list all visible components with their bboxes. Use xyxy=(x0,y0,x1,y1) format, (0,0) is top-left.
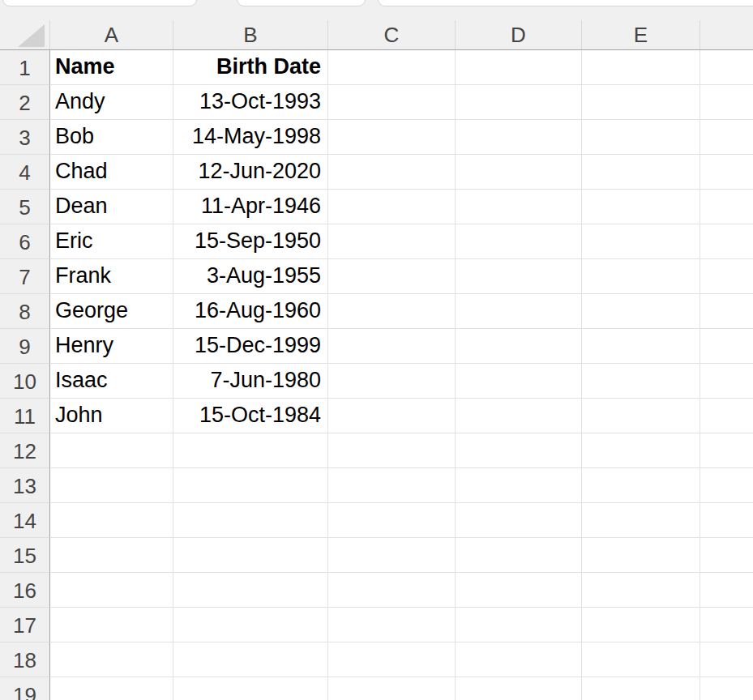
cell-C19[interactable] xyxy=(328,677,456,700)
cell-E8[interactable] xyxy=(582,294,700,329)
column-header-C[interactable]: C xyxy=(328,20,456,49)
cell-A15[interactable] xyxy=(50,538,173,573)
row-header-18[interactable]: 18 xyxy=(0,642,50,677)
row-header-6[interactable]: 6 xyxy=(0,224,50,259)
cell-A18[interactable] xyxy=(50,642,173,677)
cell-F16[interactable] xyxy=(700,573,753,608)
cell-C6[interactable] xyxy=(328,224,456,259)
cell-F14[interactable] xyxy=(700,503,753,538)
cell-B7[interactable]: 3-Aug-1955 xyxy=(173,259,328,294)
cell-B15[interactable] xyxy=(173,538,328,573)
cell-A10[interactable]: Isaac xyxy=(50,364,173,399)
row-header-3[interactable]: 3 xyxy=(0,120,50,155)
cell-B16[interactable] xyxy=(173,573,328,608)
cell-F5[interactable] xyxy=(700,190,753,224)
cell-D11[interactable] xyxy=(456,399,582,433)
cell-B4[interactable]: 12-Jun-2020 xyxy=(173,155,328,190)
cell-B9[interactable]: 15-Dec-1999 xyxy=(173,329,328,364)
cell-D7[interactable] xyxy=(456,259,582,294)
cell-B12[interactable] xyxy=(173,433,328,468)
row-header-2[interactable]: 2 xyxy=(0,85,50,120)
row-header-11[interactable]: 11 xyxy=(0,399,50,433)
cell-B19[interactable] xyxy=(173,677,328,700)
cell-F4[interactable] xyxy=(700,155,753,190)
column-header-A[interactable]: A xyxy=(50,20,173,49)
cell-E19[interactable] xyxy=(582,677,700,700)
cell-B6[interactable]: 15-Sep-1950 xyxy=(173,224,328,259)
cell-C15[interactable] xyxy=(328,538,456,573)
cell-C3[interactable] xyxy=(328,120,456,155)
cell-D5[interactable] xyxy=(456,190,582,224)
cell-E11[interactable] xyxy=(582,399,700,433)
cell-B2[interactable]: 13-Oct-1993 xyxy=(173,85,328,120)
cell-B1[interactable]: Birth Date xyxy=(173,50,328,85)
cell-C18[interactable] xyxy=(328,642,456,677)
row-header-13[interactable]: 13 xyxy=(0,468,50,503)
cell-E5[interactable] xyxy=(582,190,700,224)
cell-E1[interactable] xyxy=(582,50,700,85)
cell-D14[interactable] xyxy=(456,503,582,538)
cell-D6[interactable] xyxy=(456,224,582,259)
cell-F1[interactable] xyxy=(700,50,753,85)
cell-F13[interactable] xyxy=(700,468,753,503)
cell-B3[interactable]: 14-May-1998 xyxy=(173,120,328,155)
cell-E10[interactable] xyxy=(582,364,700,399)
cell-D1[interactable] xyxy=(456,50,582,85)
cell-B8[interactable]: 16-Aug-1960 xyxy=(173,294,328,329)
cell-D9[interactable] xyxy=(456,329,582,364)
cell-C9[interactable] xyxy=(328,329,456,364)
cell-C16[interactable] xyxy=(328,573,456,608)
cell-D10[interactable] xyxy=(456,364,582,399)
cell-A14[interactable] xyxy=(50,503,173,538)
cell-C5[interactable] xyxy=(328,190,456,224)
cell-D12[interactable] xyxy=(456,433,582,468)
cell-C4[interactable] xyxy=(328,155,456,190)
cell-D17[interactable] xyxy=(456,608,582,642)
cell-A11[interactable]: John xyxy=(50,399,173,433)
cell-A1[interactable]: Name xyxy=(50,50,173,85)
cell-C17[interactable] xyxy=(328,608,456,642)
cell-E4[interactable] xyxy=(582,155,700,190)
cell-D18[interactable] xyxy=(456,642,582,677)
cell-F19[interactable] xyxy=(700,677,753,700)
cell-B17[interactable] xyxy=(173,608,328,642)
cell-F10[interactable] xyxy=(700,364,753,399)
column-header-F-clipped[interactable] xyxy=(700,20,753,49)
cell-E12[interactable] xyxy=(582,433,700,468)
cell-F2[interactable] xyxy=(700,85,753,120)
column-header-E[interactable]: E xyxy=(582,20,700,49)
cell-C12[interactable] xyxy=(328,433,456,468)
cell-E14[interactable] xyxy=(582,503,700,538)
row-header-9[interactable]: 9 xyxy=(0,329,50,364)
row-header-17[interactable]: 17 xyxy=(0,608,50,642)
row-header-4[interactable]: 4 xyxy=(0,155,50,190)
cell-F15[interactable] xyxy=(700,538,753,573)
cell-A5[interactable]: Dean xyxy=(50,190,173,224)
cell-F6[interactable] xyxy=(700,224,753,259)
cell-C14[interactable] xyxy=(328,503,456,538)
cell-D13[interactable] xyxy=(456,468,582,503)
cell-A7[interactable]: Frank xyxy=(50,259,173,294)
cell-E7[interactable] xyxy=(582,259,700,294)
row-header-1[interactable]: 1 xyxy=(0,50,50,85)
row-header-16[interactable]: 16 xyxy=(0,573,50,608)
cell-D4[interactable] xyxy=(456,155,582,190)
cell-B5[interactable]: 11-Apr-1946 xyxy=(173,190,328,224)
cell-E15[interactable] xyxy=(582,538,700,573)
cell-F18[interactable] xyxy=(700,642,753,677)
column-header-B[interactable]: B xyxy=(173,20,328,49)
cell-F12[interactable] xyxy=(700,433,753,468)
cell-C13[interactable] xyxy=(328,468,456,503)
cell-D8[interactable] xyxy=(456,294,582,329)
row-header-14[interactable]: 14 xyxy=(0,503,50,538)
row-header-19[interactable]: 19 xyxy=(0,677,50,700)
cell-F17[interactable] xyxy=(700,608,753,642)
cell-A19[interactable] xyxy=(50,677,173,700)
cell-B14[interactable] xyxy=(173,503,328,538)
cell-F9[interactable] xyxy=(700,329,753,364)
cell-B11[interactable]: 15-Oct-1984 xyxy=(173,399,328,433)
cell-E2[interactable] xyxy=(582,85,700,120)
cell-A12[interactable] xyxy=(50,433,173,468)
row-header-5[interactable]: 5 xyxy=(0,190,50,224)
cell-A6[interactable]: Eric xyxy=(50,224,173,259)
